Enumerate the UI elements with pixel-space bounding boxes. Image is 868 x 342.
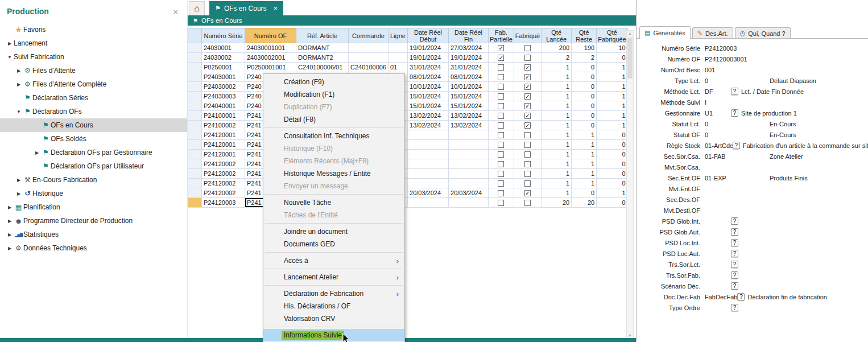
scrollbar-thumb[interactable] bbox=[627, 38, 633, 79]
chevron-right-icon[interactable]: ▶ bbox=[15, 68, 23, 73]
menu-item-joindre-un-document[interactable]: Joindre un document bbox=[263, 225, 404, 238]
row-selector-cell[interactable] bbox=[188, 198, 202, 208]
column-header-ref[interactable]: Réf. Article bbox=[296, 28, 349, 43]
sidebar-item-files-d-attente[interactable]: ▶⚙Files d'Attente bbox=[0, 64, 187, 77]
sidebar-item-programme-directeur-de-production[interactable]: ▶☻Programme Directeur de Production bbox=[0, 214, 187, 228]
sidebar-item-favoris[interactable]: ★Favoris bbox=[0, 23, 187, 36]
sidebar-item-ofs-en-cours[interactable]: ⚑OFs en Cours bbox=[0, 118, 187, 132]
field-value-regle-stock[interactable]: 01-ArtCde bbox=[705, 142, 733, 149]
chevron-right-icon[interactable]: ▶ bbox=[15, 178, 23, 183]
field-value-statut-of[interactable]: 0 bbox=[705, 131, 731, 138]
fabrique-checkbox[interactable] bbox=[524, 200, 531, 206]
fabrique-checkbox[interactable] bbox=[524, 142, 531, 148]
help-icon[interactable]: ? bbox=[731, 217, 738, 225]
panel-tab-des-art[interactable]: ✎Des.Art. bbox=[692, 27, 733, 39]
field-value-gestionnaire[interactable]: U1 bbox=[705, 110, 731, 117]
sidebar-item-statistiques[interactable]: ▶▂▅▇Statistiques bbox=[0, 228, 187, 241]
chevron-right-icon[interactable]: ▶ bbox=[6, 246, 14, 251]
column-header-qte-reste[interactable]: Qté Reste bbox=[572, 28, 597, 43]
tab-home[interactable]: ⌂ bbox=[189, 1, 205, 15]
field-value-numero-serie[interactable]: P24120003 bbox=[705, 45, 737, 52]
help-icon[interactable]: ? bbox=[731, 228, 738, 236]
column-header-commande[interactable]: Commande bbox=[349, 28, 388, 43]
field-value-methode-suivi[interactable]: I bbox=[705, 99, 731, 106]
chevron-right-icon[interactable]: ▶ bbox=[6, 232, 14, 237]
field-value-type-lct[interactable]: 0 bbox=[705, 77, 731, 84]
sidebar-item-donnees-techniques[interactable]: ▶⚙Données Techniques bbox=[0, 241, 187, 255]
table-row[interactable]: P24120002P24120/03/202420/03/2024✓101 bbox=[188, 188, 628, 198]
row-selector-cell[interactable] bbox=[188, 72, 202, 82]
row-selector-cell[interactable] bbox=[188, 111, 202, 121]
column-header-serie[interactable]: Numéro Série bbox=[202, 28, 245, 43]
sidebar-item-suivi-fabrication[interactable]: ▼Suivi Fabrication bbox=[0, 50, 187, 64]
row-selector-cell[interactable] bbox=[188, 82, 202, 92]
fab-partielle-checkbox[interactable] bbox=[498, 142, 504, 148]
vertical-scrollbar[interactable]: ▲ ▼ bbox=[626, 30, 634, 339]
fabrique-checkbox[interactable] bbox=[524, 180, 531, 187]
scroll-up-icon[interactable]: ▲ bbox=[627, 31, 633, 35]
fabrique-checkbox[interactable]: ✓ bbox=[524, 84, 531, 90]
table-row[interactable]: P24120002P241110 bbox=[188, 159, 628, 169]
column-header-qte-fabriquee[interactable]: Qté Fabriquée bbox=[597, 28, 628, 43]
sidebar-item-declaration-ofs-par-utilisateur[interactable]: ⚑Déclaration OFs par Utilisateur bbox=[0, 159, 187, 173]
table-row[interactable]: P24100001P24113/02/202413/02/2024✓101 bbox=[188, 111, 628, 121]
fabrique-checkbox[interactable] bbox=[524, 161, 531, 167]
row-selector-cell[interactable] bbox=[188, 92, 202, 101]
fabrique-checkbox[interactable]: ✓ bbox=[524, 103, 531, 109]
tab-ofs-en-cours[interactable]: ⚑ OFs en Cours × bbox=[209, 1, 283, 15]
panel-tab-generalites[interactable]: ▤Généralités bbox=[639, 26, 691, 39]
help-icon[interactable]: ? bbox=[731, 282, 738, 290]
fab-partielle-checkbox[interactable] bbox=[498, 151, 504, 158]
field-value-statut-lct[interactable]: 0 bbox=[705, 121, 731, 127]
sidebar-item-en-cours-fabrication[interactable]: ▶⚒En-Cours Fabrication bbox=[0, 173, 187, 187]
column-header-ligne[interactable]: Ligne bbox=[388, 28, 408, 43]
help-icon[interactable]: ? bbox=[731, 304, 738, 311]
menu-item-informations-suivie[interactable]: Informations Suivie bbox=[263, 329, 404, 341]
fab-partielle-checkbox[interactable] bbox=[498, 93, 504, 100]
row-selector-cell[interactable] bbox=[188, 43, 202, 53]
field-value-doc-dec-fab[interactable]: FabDecFab bbox=[705, 294, 737, 300]
fab-partielle-checkbox[interactable] bbox=[498, 161, 504, 167]
column-header-fabrique[interactable]: Fabriqué bbox=[514, 28, 541, 43]
sidebar-item-declaration-series[interactable]: ⚑Déclaration Séries bbox=[0, 91, 187, 105]
row-selector-cell[interactable] bbox=[188, 53, 202, 63]
chevron-right-icon[interactable]: ▶ bbox=[6, 205, 14, 210]
help-icon[interactable]: ? bbox=[731, 88, 738, 95]
row-selector-cell[interactable] bbox=[188, 150, 202, 159]
menu-item-documents-ged[interactable]: Documents GED bbox=[263, 238, 404, 250]
sidebar-item-historique[interactable]: ▶↺Historique bbox=[0, 187, 187, 200]
chevron-right-icon[interactable]: ▶ bbox=[6, 41, 14, 46]
chevron-right-icon[interactable]: ▶ bbox=[6, 219, 14, 224]
chevron-right-icon[interactable]: ▶ bbox=[33, 150, 41, 155]
row-selector-cell[interactable] bbox=[188, 121, 202, 130]
sidebar-item-lancement[interactable]: ▶Lancement bbox=[0, 36, 187, 50]
menu-item-consultation-inf-techniques[interactable]: Consultation Inf. Techniques bbox=[263, 130, 404, 142]
field-value-numord-besc[interactable]: 001 bbox=[705, 67, 731, 73]
table-row[interactable]: 2403000224030002001DORMANT219/01/202419/… bbox=[188, 53, 628, 63]
fabrique-checkbox[interactable] bbox=[524, 151, 531, 158]
help-icon[interactable]: ? bbox=[731, 261, 738, 268]
sidebar-item-declaration-ofs[interactable]: ▼⚑Déclaration OFs bbox=[0, 105, 187, 118]
column-header-fab-partielle[interactable]: Fab. Partielle bbox=[489, 28, 514, 43]
table-row[interactable]: P24120002P241110 bbox=[188, 169, 628, 179]
row-selector-cell[interactable] bbox=[188, 169, 202, 179]
sidebar-item-planification[interactable]: ▶▦Planification bbox=[0, 200, 187, 214]
help-icon[interactable]: ? bbox=[731, 239, 738, 246]
row-selector-cell[interactable] bbox=[188, 140, 202, 150]
scroll-down-icon[interactable]: ▼ bbox=[627, 333, 633, 337]
help-icon[interactable]: ? bbox=[731, 250, 738, 257]
chevron-right-icon[interactable]: ▶ bbox=[15, 191, 23, 196]
menu-item-valorisation-crv[interactable]: Valorisation CRV bbox=[263, 312, 404, 325]
fab-partielle-checkbox[interactable] bbox=[498, 132, 504, 138]
column-header-selector[interactable] bbox=[188, 28, 202, 43]
table-row[interactable]: P24030003P24015/01/202415/01/2024✓101 bbox=[188, 92, 628, 101]
fabrique-checkbox[interactable] bbox=[524, 171, 531, 177]
help-icon[interactable]: ? bbox=[737, 293, 745, 300]
row-selector-cell[interactable] bbox=[188, 179, 202, 188]
chevron-right-icon[interactable]: ▶ bbox=[15, 82, 23, 87]
menu-item-his-declarations-of[interactable]: His. Déclarations / OF bbox=[263, 300, 404, 312]
fab-partielle-checkbox[interactable] bbox=[498, 190, 504, 196]
sidebar-item-declaration-ofs-par-gestionnaire[interactable]: ▶⚑Déclaration OFs par Gestionnaire bbox=[0, 146, 187, 159]
row-selector-cell[interactable] bbox=[188, 130, 202, 140]
table-row[interactable]: P24040001P24015/01/202415/01/2024✓101 bbox=[188, 101, 628, 111]
